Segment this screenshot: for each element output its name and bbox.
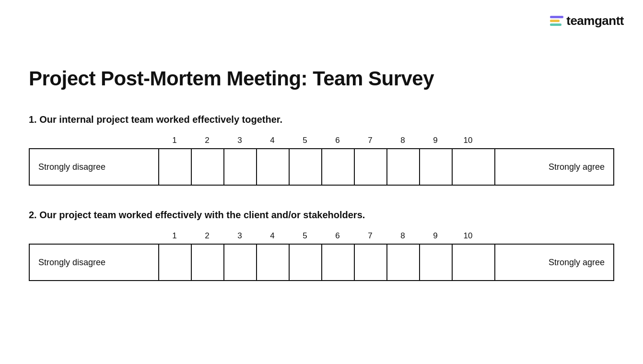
q2-cell-10[interactable]	[453, 245, 485, 280]
question-2-label-right: Strongly agree	[494, 245, 613, 280]
q2-cell-7[interactable]	[355, 245, 387, 280]
scale-num-2: 2	[191, 136, 223, 145]
q1-cell-3[interactable]	[224, 149, 257, 185]
scale-num-9: 9	[419, 136, 452, 145]
question-1-cells	[159, 149, 494, 185]
logo-icon	[550, 16, 563, 26]
q2-scale-num-2: 2	[191, 231, 223, 241]
q1-cell-1[interactable]	[159, 149, 192, 185]
q2-cell-1[interactable]	[159, 245, 192, 280]
logo: teamgantt	[550, 13, 624, 28]
question-1-block: 1. Our internal project team worked effe…	[29, 114, 614, 186]
question-1-scale: 1 2 3 4 5 6 7 8 9 10 Strongly disagree	[29, 136, 614, 186]
main-content: Project Post-Mortem Meeting: Team Survey…	[0, 0, 643, 324]
q2-cell-5[interactable]	[290, 245, 322, 280]
question-2-cells	[159, 245, 494, 280]
q1-cell-9[interactable]	[420, 149, 453, 185]
q1-cell-4[interactable]	[257, 149, 290, 185]
question-2-label: 2. Our project team worked effectively w…	[29, 210, 614, 221]
question-2-label-left: Strongly disagree	[30, 245, 159, 280]
logo-bar-yellow	[550, 20, 560, 22]
question-2-scale: 1 2 3 4 5 6 7 8 9 10 Strongly disagree	[29, 231, 614, 281]
scale-num-7: 7	[354, 136, 386, 145]
scale-num-8: 8	[386, 136, 419, 145]
q2-cell-4[interactable]	[257, 245, 290, 280]
question-2-numbers: 1 2 3 4 5 6 7 8 9 10	[158, 231, 614, 241]
question-1-label-left: Strongly disagree	[30, 149, 159, 185]
q2-scale-num-1: 1	[158, 231, 191, 241]
scale-num-3: 3	[223, 136, 256, 145]
q1-cell-6[interactable]	[322, 149, 355, 185]
q2-scale-num-7: 7	[354, 231, 386, 241]
logo-bar-teal	[550, 23, 561, 26]
q1-cell-2[interactable]	[192, 149, 224, 185]
q2-scale-num-3: 3	[223, 231, 256, 241]
question-2-block: 2. Our project team worked effectively w…	[29, 210, 614, 281]
q2-cell-3[interactable]	[224, 245, 257, 280]
q2-cell-2[interactable]	[192, 245, 224, 280]
q2-cell-9[interactable]	[420, 245, 453, 280]
q1-cell-10[interactable]	[453, 149, 485, 185]
q2-scale-num-4: 4	[256, 231, 289, 241]
q1-cell-5[interactable]	[290, 149, 322, 185]
question-2-scale-row: Strongly disagree Strongly agree	[29, 244, 614, 281]
q1-cell-8[interactable]	[387, 149, 420, 185]
question-1-label: 1. Our internal project team worked effe…	[29, 114, 614, 125]
scale-num-6: 6	[321, 136, 354, 145]
q2-cell-8[interactable]	[387, 245, 420, 280]
q2-scale-num-10: 10	[452, 231, 484, 241]
q2-cell-6[interactable]	[322, 245, 355, 280]
logo-text: teamgantt	[566, 13, 624, 28]
q2-scale-num-9: 9	[419, 231, 452, 241]
scale-num-10: 10	[452, 136, 484, 145]
logo-bar-purple	[550, 16, 563, 18]
q2-scale-num-6: 6	[321, 231, 354, 241]
question-1-numbers: 1 2 3 4 5 6 7 8 9 10	[158, 136, 614, 145]
scale-num-4: 4	[256, 136, 289, 145]
q1-cell-7[interactable]	[355, 149, 387, 185]
scale-num-1: 1	[158, 136, 191, 145]
page-title: Project Post-Mortem Meeting: Team Survey	[29, 67, 614, 90]
scale-num-5: 5	[289, 136, 321, 145]
question-1-scale-row: Strongly disagree Strongly agree	[29, 148, 614, 186]
q2-scale-num-5: 5	[289, 231, 321, 241]
q2-scale-num-8: 8	[386, 231, 419, 241]
question-1-label-right: Strongly agree	[494, 149, 613, 185]
